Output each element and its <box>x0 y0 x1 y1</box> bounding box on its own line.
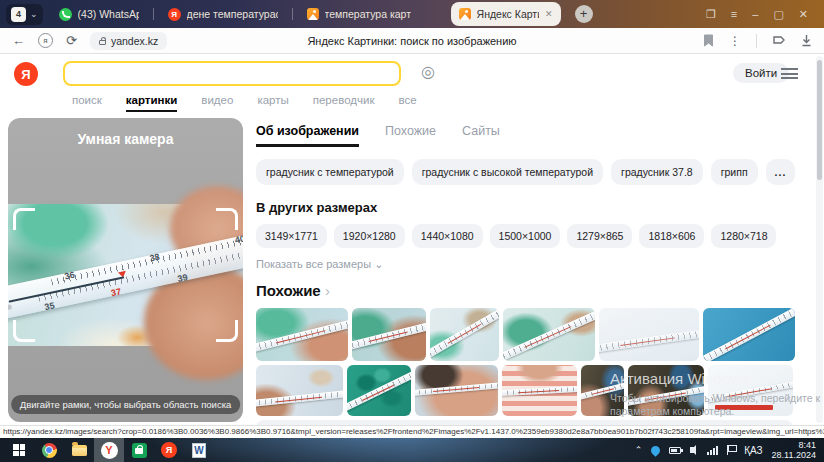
new-tab-button[interactable]: + <box>575 5 593 23</box>
query-tag[interactable]: градусник с высокой температурой <box>412 159 603 185</box>
tab-temperature-doc[interactable]: Я дене температурасын ре <box>160 2 286 26</box>
query-tag[interactable]: градусник 37.8 <box>611 159 703 185</box>
close-tab-icon[interactable]: ✕ <box>545 9 553 19</box>
start-button[interactable] <box>4 438 34 462</box>
size-option[interactable]: 1279×865 <box>567 224 632 248</box>
tab-similar[interactable]: Похожие <box>385 124 436 147</box>
battery-icon[interactable] <box>669 447 681 454</box>
windows-logo-icon <box>13 444 25 456</box>
similar-image-thumbnail[interactable] <box>256 308 348 361</box>
lock-icon <box>99 40 106 45</box>
yandex-logo[interactable]: Я <box>14 62 38 86</box>
bookmark-icon[interactable] <box>703 34 714 47</box>
location-pin-icon[interactable] <box>649 444 662 457</box>
url-chip[interactable]: yandex.kz <box>90 32 167 50</box>
similar-image-thumbnail[interactable] <box>502 365 577 416</box>
similar-images-row <box>256 308 812 361</box>
tabs-panel-icon[interactable]: ❐ <box>706 9 716 20</box>
more-tags-button[interactable]: ... <box>766 159 796 185</box>
smart-camera-panel: Умная камера 36 38 40 35 37 <box>8 118 243 422</box>
language-indicator[interactable]: ҚАЗ <box>744 445 762 456</box>
download-icon[interactable] <box>801 34 812 47</box>
tab-temperature-images[interactable]: температура картинка: 2 <box>299 2 419 26</box>
query-image[interactable]: 36 38 40 35 37 39 41 <box>8 204 243 346</box>
page-scrollbar[interactable] <box>816 56 823 423</box>
show-all-sizes-link[interactable]: Показать все размеры ⌄ <box>256 258 812 271</box>
query-tag[interactable]: грипп <box>711 159 758 185</box>
image-icon <box>459 8 471 20</box>
browser-menu-icon[interactable]: ≡ <box>731 9 737 20</box>
size-option[interactable]: 1500×1000 <box>490 224 561 248</box>
taskbar-yandex-app[interactable]: Я <box>154 438 184 462</box>
taskbar-store[interactable] <box>124 438 154 462</box>
taskbar-yandex-browser[interactable]: Y <box>94 438 124 462</box>
flag-icon[interactable] <box>727 445 735 455</box>
show-all-sizes-label: Показать все размеры <box>256 258 371 270</box>
nav-video[interactable]: видео <box>201 94 233 112</box>
nav-search[interactable]: поиск <box>72 94 102 112</box>
taskbar-explorer[interactable] <box>64 438 94 462</box>
size-option[interactable]: 1920×1280 <box>334 224 405 248</box>
whatsapp-icon <box>59 8 72 21</box>
similar-image-thumbnail[interactable] <box>347 365 411 416</box>
similar-section-title[interactable]: Похожие › <box>256 282 812 299</box>
similar-image-thumbnail[interactable] <box>352 308 426 361</box>
sizes-row: 3149×1771 1920×1280 1440×1080 1500×1000 … <box>256 224 812 248</box>
date: 28.11.2024 <box>772 450 816 460</box>
thermometer-scale-number: 35 <box>44 300 56 312</box>
taskbar-chrome[interactable] <box>34 438 64 462</box>
tray-expand-icon[interactable]: ⌃ <box>635 446 643 455</box>
similar-image-thumbnail[interactable] <box>256 365 343 416</box>
similar-image-thumbnail[interactable] <box>503 308 595 361</box>
network-signal-icon[interactable] <box>707 446 718 455</box>
tab-whatsapp[interactable]: (43) WhatsApp <box>51 2 147 26</box>
screen: 4 ⌄ (43) WhatsApp Я дене температурасын … <box>0 0 824 462</box>
address-bar-actions: ⋮ <box>703 34 812 48</box>
tab-group-button[interactable]: 4 ⌄ <box>6 4 43 25</box>
maximize-icon[interactable]: ▢ <box>773 9 783 20</box>
tab-label: температура картинка: 2 <box>325 8 411 20</box>
similar-title-label: Похожие <box>256 282 321 299</box>
similar-image-thumbnail[interactable] <box>415 365 498 416</box>
smart-camera-icon[interactable]: ◎ <box>421 64 435 80</box>
scrollbar-thumb[interactable] <box>817 60 822 180</box>
size-option[interactable]: 1440×1080 <box>412 224 483 248</box>
more-actions-icon[interactable]: ⋮ <box>729 35 741 47</box>
similar-image-thumbnail[interactable] <box>703 308 795 361</box>
close-icon[interactable]: ✕ <box>799 9 808 20</box>
crop-handle-bottom-right[interactable] <box>216 320 238 342</box>
nav-all[interactable]: все <box>398 94 416 112</box>
reload-icon[interactable]: ⟳ <box>66 34 77 47</box>
nav-translate[interactable]: переводчик <box>313 94 375 112</box>
taskbar-word[interactable]: W <box>184 438 214 462</box>
tab-sites[interactable]: Сайты <box>462 124 500 147</box>
size-option[interactable]: 1818×606 <box>639 224 704 248</box>
crop-handle-top-right[interactable] <box>216 208 238 230</box>
speaker-icon[interactable] <box>690 447 694 453</box>
windows-activation-watermark: Активация Windows <box>610 370 748 387</box>
menu-icon[interactable] <box>781 68 798 79</box>
yandex-home-icon[interactable]: я <box>38 33 53 48</box>
tab-about-image[interactable]: Об изображении <box>256 124 359 147</box>
thermometer-scale-number: 38 <box>149 252 161 264</box>
similar-image-thumbnail[interactable] <box>430 308 499 361</box>
tab-yandex-images-active[interactable]: Яндекс Картинки: поис ✕ <box>451 2 561 26</box>
chevron-down-icon: ⌄ <box>374 258 383 270</box>
thermometer-scale-number: 40 <box>234 233 243 245</box>
tab-label: дене температурасын ре <box>187 8 278 20</box>
nav-maps[interactable]: карты <box>257 94 288 112</box>
query-tag[interactable]: градусник с температурой <box>256 159 404 185</box>
nav-images-active[interactable]: картинки <box>126 94 178 112</box>
similar-image-thumbnail[interactable] <box>599 308 699 361</box>
size-option[interactable]: 3149×1771 <box>256 224 327 248</box>
minimize-icon[interactable]: – <box>752 9 758 20</box>
tab-label: (43) WhatsApp <box>78 8 139 20</box>
search-input[interactable] <box>63 61 401 86</box>
collections-icon[interactable] <box>772 34 786 47</box>
folder-icon <box>72 445 87 456</box>
taskbar-clock[interactable]: 8:41 28.11.2024 <box>772 440 816 460</box>
crop-handle-top-left[interactable] <box>13 208 35 230</box>
crop-handle-bottom-left[interactable] <box>13 320 35 342</box>
back-icon[interactable]: ← <box>12 34 25 47</box>
size-option[interactable]: 1280×718 <box>711 224 776 248</box>
